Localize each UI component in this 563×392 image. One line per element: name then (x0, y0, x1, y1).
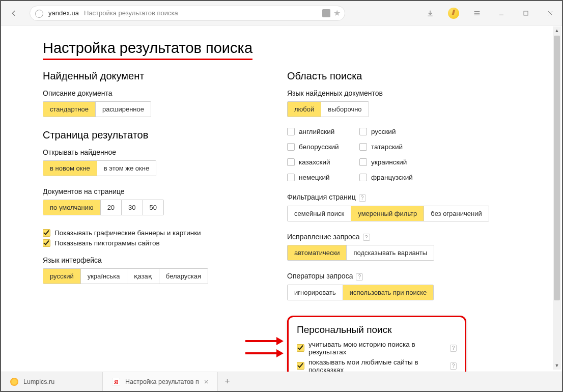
url-right-icons: ★ (322, 8, 341, 18)
lang-kk-row[interactable]: казахский (287, 158, 353, 166)
show-fav-sites-checkbox[interactable] (297, 362, 304, 370)
close-window-button[interactable] (544, 6, 557, 21)
doc-desc-extended[interactable]: расширенное (96, 102, 151, 117)
lang-ru-row[interactable]: русский (359, 128, 426, 135)
yandex-favicon-icon: Я (112, 378, 120, 386)
scroll-down-icon[interactable]: ▼ (553, 361, 561, 370)
show-banners-label: Показывать графические баннеры и картинк… (54, 229, 201, 237)
right-column: Область поиска Язык найденных документов… (287, 70, 491, 372)
browser-toolbar: yandex.ua Настройка результатов поиска ★ (1, 1, 562, 25)
query-operators-label: Операторы запроса ? (287, 272, 491, 281)
menu-icon[interactable] (470, 6, 484, 21)
open-new-window[interactable]: в новом окне (43, 161, 97, 176)
doc-desc-standard[interactable]: стандартное (43, 102, 96, 117)
annotation-arrow-2 (245, 350, 284, 357)
open-found-segment: в новом окне в этом же окне (43, 160, 156, 176)
docs-per-page-segment: по умолчанию 20 30 50 (43, 200, 164, 215)
query-correction-label: Исправление запроса ? (287, 233, 491, 241)
url-domain: yandex.ua (48, 9, 79, 17)
scroll-thumb[interactable] (554, 36, 560, 300)
back-button[interactable] (6, 6, 21, 21)
show-banners-row[interactable]: Показывать графические баннеры и картинк… (43, 229, 246, 237)
download-icon[interactable] (424, 6, 437, 21)
address-bar[interactable]: yandex.ua Настройка результатов поиска ★ (30, 6, 345, 21)
lang-tt-checkbox[interactable] (359, 143, 367, 151)
doc-description-label: Описание документа (43, 89, 246, 97)
lang-kk-checkbox[interactable] (287, 158, 295, 166)
open-found-label: Открывать найденное (43, 148, 246, 156)
found-docs-lang-segment: любой выборочно (287, 101, 369, 117)
vertical-scrollbar[interactable]: ▲ ▼ (553, 26, 561, 370)
doc-description-segment: стандартное расширенное (43, 101, 151, 117)
filter-moderate[interactable]: умеренный фильтр (351, 206, 424, 221)
filter-none[interactable]: без ограничений (424, 206, 488, 221)
extension-icon[interactable] (448, 8, 459, 19)
lumpics-favicon-icon (10, 378, 18, 386)
personal-search-heading: Персональный поиск (297, 324, 457, 335)
lang-en-row[interactable]: английский (287, 128, 353, 135)
filter-family[interactable]: семейный поиск (288, 206, 351, 221)
ui-lang-by[interactable]: беларуская (159, 269, 208, 284)
page-title: Настройка результатов поиска (43, 40, 252, 60)
open-same-window[interactable]: в этом же окне (97, 161, 156, 176)
tab-bar: Lumpics.ru Я Настройка результатов п × + (1, 372, 562, 391)
docs-30[interactable]: 30 (122, 200, 143, 215)
show-favicons-row[interactable]: Показывать пиктограммы сайтов (43, 239, 246, 247)
show-fav-sites-row[interactable]: показывать мои любимые сайты в подсказка… (297, 358, 457, 372)
ui-lang-ru[interactable]: русский (43, 269, 81, 284)
lock-icon (322, 9, 330, 17)
use-history-checkbox[interactable] (297, 344, 304, 352)
tab-label: Lumpics.ru (23, 378, 54, 385)
scroll-up-icon[interactable]: ▲ (553, 26, 561, 35)
annotation-arrow-1 (245, 338, 284, 345)
use-history-label: учитывать мою историю поиска в результат… (308, 341, 445, 356)
tab-yandex-settings[interactable]: Я Настройка результатов п × (103, 372, 218, 391)
lang-any[interactable]: любой (288, 102, 321, 117)
correct-suggest[interactable]: подсказывать варианты (347, 245, 434, 260)
correct-auto[interactable]: автоматически (288, 245, 347, 260)
close-tab-icon[interactable]: × (204, 377, 209, 386)
show-favicons-checkbox[interactable] (43, 239, 50, 247)
lang-uk-checkbox[interactable] (359, 158, 367, 166)
help-icon[interactable]: ? (450, 345, 457, 352)
toolbar-right (424, 6, 557, 21)
lang-de-checkbox[interactable] (287, 174, 295, 181)
help-icon[interactable]: ? (450, 362, 457, 370)
help-icon[interactable]: ? (356, 273, 363, 281)
found-document-heading: Найденный документ (43, 70, 246, 82)
lang-ru-checkbox[interactable] (359, 128, 367, 135)
docs-default[interactable]: по умолчанию (43, 200, 101, 215)
ui-lang-ua[interactable]: українська (81, 269, 127, 284)
lang-tt-row[interactable]: татарский (359, 143, 426, 151)
docs-50[interactable]: 50 (143, 200, 163, 215)
page-filter-segment: семейный поиск умеренный фильтр без огра… (287, 206, 489, 221)
lang-fr-row[interactable]: французский (359, 174, 426, 181)
maximize-button[interactable] (519, 6, 532, 21)
bookmark-star-icon[interactable]: ★ (333, 8, 341, 18)
docs-20[interactable]: 20 (101, 200, 122, 215)
lang-en-checkbox[interactable] (287, 128, 295, 135)
show-favicons-label: Показывать пиктограммы сайтов (54, 239, 160, 247)
use-history-row[interactable]: учитывать мою историю поиска в результат… (297, 341, 457, 356)
ui-lang-kz[interactable]: қазақ (127, 269, 159, 284)
lang-uk-row[interactable]: украинский (359, 158, 426, 166)
ops-ignore[interactable]: игнорировать (288, 285, 343, 300)
lang-fr-checkbox[interactable] (359, 174, 367, 181)
show-banners-checkbox[interactable] (43, 229, 50, 237)
help-icon[interactable]: ? (359, 194, 366, 202)
svg-rect-0 (524, 11, 528, 15)
ops-use[interactable]: использовать при поиске (343, 285, 433, 300)
lang-be-row[interactable]: белорусский (287, 143, 353, 151)
tab-lumpics[interactable]: Lumpics.ru (1, 372, 103, 391)
help-icon[interactable]: ? (363, 234, 370, 241)
show-fav-sites-label: показывать мои любимые сайты в подсказка… (308, 358, 445, 372)
minimize-button[interactable] (495, 6, 508, 21)
page-filter-label: Фильтрация страниц ? (287, 193, 491, 202)
left-column: Найденный документ Описание документа ст… (43, 70, 246, 372)
query-correction-segment: автоматически подсказывать варианты (287, 245, 434, 261)
new-tab-button[interactable]: + (218, 372, 236, 391)
lang-de-row[interactable]: немецкий (287, 174, 353, 181)
ui-language-label: Язык интерфейса (43, 256, 246, 264)
lang-be-checkbox[interactable] (287, 143, 295, 151)
lang-selective[interactable]: выборочно (321, 102, 368, 117)
